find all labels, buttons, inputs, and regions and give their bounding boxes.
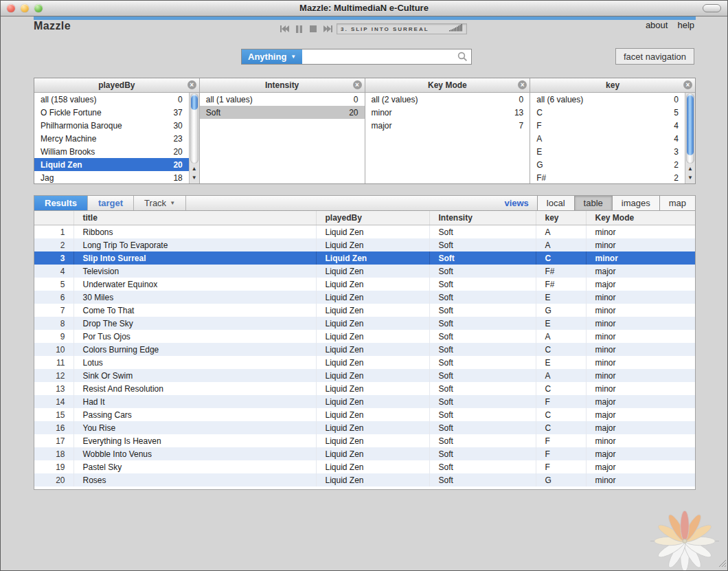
close-icon[interactable]: ×	[683, 80, 692, 89]
view-button[interactable]: local	[537, 196, 574, 210]
tab-target[interactable]: target	[88, 196, 134, 210]
scrollbar-track[interactable]	[190, 93, 198, 164]
cell-keymode: minor	[586, 225, 696, 239]
row-number: 17	[34, 434, 73, 447]
cell-keymode: major	[586, 447, 696, 460]
cell-keymode: minor	[586, 330, 696, 343]
view-button[interactable]: table	[574, 196, 612, 210]
facet-navigation-button[interactable]: facet navigation	[615, 48, 694, 65]
table-row[interactable]: 9 Por Tus Ojos Liquid Zen Soft A minor	[34, 330, 696, 343]
cell-intensity: Soft	[429, 447, 536, 460]
table-row[interactable]: 2 Long Trip To Evaporate Liquid Zen Soft…	[34, 238, 696, 251]
scrollbar-track[interactable]	[686, 93, 694, 164]
track-dropdown[interactable]: Track ▼	[134, 196, 186, 210]
facet-item[interactable]: minor 13	[365, 106, 530, 119]
facet-item[interactable]: all (2 values) 0	[365, 93, 530, 106]
facet-item[interactable]: A 4	[530, 132, 685, 145]
table-row[interactable]: 5 Underwater Equinox Liquid Zen Soft F# …	[34, 278, 696, 291]
search-input[interactable]	[302, 49, 457, 64]
previous-track-icon[interactable]	[279, 24, 290, 34]
facet-item[interactable]: William Brooks 20	[34, 145, 189, 158]
facet-item[interactable]: F 4	[530, 119, 685, 132]
facet-item[interactable]: E 3	[530, 145, 685, 158]
facet-item[interactable]: Philharmonia Baroque 30	[34, 119, 189, 132]
facet-item[interactable]: all (158 values) 0	[34, 93, 189, 106]
table-row[interactable]: 19 Pastel Sky Liquid Zen Soft F major	[34, 460, 696, 473]
about-link[interactable]: about	[646, 20, 668, 30]
cell-playedby: Liquid Zen	[316, 473, 429, 486]
facet-item-count: 20	[168, 147, 182, 157]
cell-keymode: minor	[586, 304, 696, 317]
table-row[interactable]: 7 Come To That Liquid Zen Soft G minor	[34, 304, 696, 317]
scrollbar[interactable]: ▲ ▼	[189, 93, 199, 183]
close-icon[interactable]: ×	[518, 80, 527, 89]
table-row[interactable]: 6 30 Miles Liquid Zen Soft E minor	[34, 291, 696, 304]
facet-item[interactable]: C 5	[530, 106, 685, 119]
row-number: 3	[34, 251, 73, 265]
column-header-key[interactable]: key	[536, 211, 586, 225]
cell-keymode: minor	[586, 343, 696, 356]
cell-title: Long Trip To Evaporate	[73, 238, 316, 251]
column-header-playedby[interactable]: playedBy	[316, 211, 429, 225]
cell-title: Passing Cars	[73, 408, 316, 421]
scroll-up-icon[interactable]: ▲	[685, 164, 695, 173]
pause-icon[interactable]	[293, 24, 304, 34]
close-icon[interactable]: ×	[187, 80, 196, 89]
toolbar-toggle-button[interactable]	[703, 4, 721, 12]
table-row[interactable]: 13 Resist And Resolution Liquid Zen Soft…	[34, 382, 696, 395]
table-row[interactable]: 20 Roses Liquid Zen Soft G minor	[34, 473, 696, 486]
scroll-down-icon[interactable]: ▼	[685, 173, 695, 182]
scrollbar[interactable]: ▲ ▼	[685, 93, 695, 183]
cell-keymode: major	[586, 278, 696, 291]
facet-item[interactable]: major 7	[365, 119, 530, 132]
facet-item[interactable]: all (1 values) 0	[200, 93, 365, 106]
cell-keymode: major	[586, 460, 696, 473]
table-row[interactable]: 10 Colors Burning Edge Liquid Zen Soft C…	[34, 343, 696, 356]
scroll-down-icon[interactable]: ▼	[190, 173, 199, 182]
table-row[interactable]: 3 Slip Into Surreal Liquid Zen Soft C mi…	[34, 251, 696, 265]
table-row[interactable]: 8 Drop The Sky Liquid Zen Soft E minor	[34, 317, 696, 330]
facet-item[interactable]: O Fickle Fortune 37	[34, 106, 189, 119]
cell-playedby: Liquid Zen	[316, 291, 429, 304]
table-row[interactable]: 1 Ribbons Liquid Zen Soft A minor	[34, 225, 696, 239]
close-icon[interactable]: ×	[353, 80, 362, 89]
facet-item[interactable]: Soft 20	[200, 106, 365, 119]
row-number: 19	[34, 460, 73, 473]
scroll-up-icon[interactable]: ▲	[190, 164, 199, 173]
facet-item[interactable]: all (6 values) 0	[530, 93, 685, 106]
facet-item-label: Liquid Zen	[41, 160, 82, 170]
table-row[interactable]: 14 Had It Liquid Zen Soft F major	[34, 395, 696, 408]
column-header-intensity[interactable]: Intensity	[429, 211, 536, 225]
resize-grip[interactable]	[717, 558, 727, 570]
next-track-icon[interactable]	[322, 24, 333, 34]
facet-item[interactable]: Liquid Zen 20	[34, 158, 189, 171]
cell-intensity: Soft	[429, 421, 536, 434]
column-header-title[interactable]: title	[73, 211, 316, 225]
help-link[interactable]: help	[677, 20, 694, 30]
view-button[interactable]: images	[612, 196, 659, 210]
scrollbar-thumb[interactable]	[687, 95, 694, 155]
view-button[interactable]: map	[659, 196, 695, 210]
table-row[interactable]: 15 Passing Cars Liquid Zen Soft C major	[34, 408, 696, 421]
scrollbar-thumb[interactable]	[191, 95, 198, 110]
table-row[interactable]: 11 Lotus Liquid Zen Soft E minor	[34, 356, 696, 369]
facet-item[interactable]: F# 2	[530, 171, 685, 183]
table-row[interactable]: 18 Wobble Into Venus Liquid Zen Soft F m…	[34, 447, 696, 460]
table-row[interactable]: 4 Television Liquid Zen Soft F# major	[34, 265, 696, 278]
facet-item[interactable]: G 2	[530, 158, 685, 171]
cell-keymode: minor	[586, 473, 696, 486]
search-scope-dropdown[interactable]: Anything ▼	[242, 49, 302, 64]
facet-item-count: 37	[168, 108, 182, 117]
facet-item[interactable]: Mercy Machine 23	[34, 132, 189, 145]
facet-item[interactable]: Jag 18	[34, 171, 189, 183]
table-row[interactable]: 16 You Rise Liquid Zen Soft C major	[34, 421, 696, 434]
tab-results[interactable]: Results	[34, 196, 88, 210]
stop-icon[interactable]	[308, 24, 319, 34]
column-header-keymode[interactable]: Key Mode	[586, 211, 696, 225]
cell-intensity: Soft	[429, 251, 536, 265]
table-row[interactable]: 17 Everything Is Heaven Liquid Zen Soft …	[34, 434, 696, 447]
column-header-index[interactable]	[34, 211, 73, 225]
table-row[interactable]: 12 Sink Or Swim Liquid Zen Soft A minor	[34, 369, 696, 382]
app-logo-text: Mazzle	[34, 20, 71, 32]
table-header-row: title playedBy Intensity key Key Mode	[34, 211, 696, 225]
